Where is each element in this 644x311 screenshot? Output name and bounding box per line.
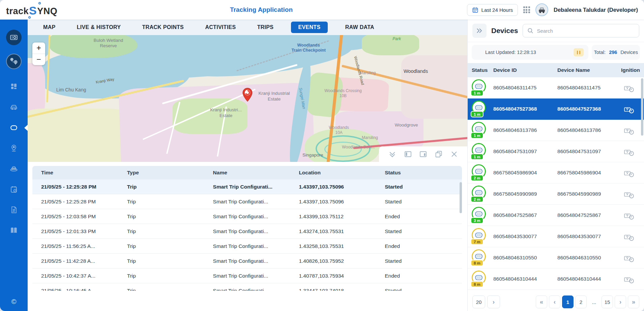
tab-trips[interactable]: TRIPS <box>253 22 278 33</box>
event-row[interactable]: 21/05/25 - 10:16:45 A... Trip Smart Trip… <box>32 283 462 291</box>
search-input[interactable] <box>537 28 635 34</box>
device-row[interactable]: 8 m 860548046310444 860548046310444 <box>468 268 644 290</box>
chevrons-down-icon <box>388 150 397 159</box>
page-button[interactable]: « <box>536 295 547 308</box>
page-button-current[interactable]: 1 <box>562 295 574 308</box>
devices-column-header: Ignition <box>618 67 640 73</box>
device-row[interactable]: 8 m 860548046310550 860548046310550 <box>468 247 644 268</box>
sidebar-item-scheduler[interactable] <box>9 185 18 194</box>
content-area: © MAPLIVE & HISTORYTRACK POINTSACTIVITIE… <box>0 20 644 311</box>
event-row[interactable]: 21/05/25 - 12:25:28 PM Trip Smart Trip C… <box>32 179 462 194</box>
ignition-icon <box>624 253 635 262</box>
header-right-cluster: Last 24 Hours Debaleena Talukdar (Develo… <box>467 3 638 16</box>
page-button[interactable]: » <box>628 295 639 308</box>
devices-rows: 1 m 860548046311475 860548046311475 1 m … <box>468 77 644 290</box>
tab-raw-data[interactable]: RAW DATA <box>341 22 378 33</box>
copyright-icon[interactable]: © <box>11 298 17 306</box>
sidebar-item-dashboard[interactable] <box>9 82 18 91</box>
device-ignition-cell <box>618 253 640 262</box>
sidebar-item-reports[interactable] <box>9 205 18 214</box>
events-column-header: Type <box>118 170 204 176</box>
total-label: Total: <box>594 50 606 55</box>
close-panel-button[interactable] <box>450 150 459 159</box>
device-name: 860548046311475 <box>557 85 618 91</box>
event-time: 21/05/25 - 12:25:28 PM <box>32 199 118 205</box>
sidebar-item-geofence[interactable] <box>9 164 18 173</box>
device-row[interactable]: 1 m 860548047531097 860548047531097 <box>468 141 644 162</box>
sidebar-item-route-history[interactable] <box>6 54 22 69</box>
device-ignition-cell <box>618 190 640 199</box>
event-location: 1.43274,103.75531 <box>290 228 376 234</box>
devices-scrollbar[interactable] <box>641 78 643 136</box>
event-status: Started <box>376 228 462 234</box>
duplicate-view-button[interactable] <box>434 150 443 159</box>
device-id: 866758045986904 <box>493 170 557 176</box>
tab-activities[interactable]: ACTIVITIES <box>201 22 240 33</box>
devices-table-header: StatusDevice IDDevice NameIgnition <box>468 63 644 77</box>
map-marker[interactable] <box>242 87 253 104</box>
page-button[interactable]: › <box>615 295 626 308</box>
sidebar-item-documentation[interactable] <box>9 226 18 235</box>
dock-right-button[interactable] <box>419 150 428 159</box>
device-row[interactable]: 2 m 866758045986904 866758045986904 <box>468 162 644 183</box>
event-row[interactable]: 21/05/25 - 11:42:28 A... Trip Smart Trip… <box>32 254 462 268</box>
page-button[interactable]: 15 <box>602 295 613 308</box>
tab-live-history[interactable]: LIVE & HISTORY <box>73 22 125 33</box>
tab-track-points[interactable]: TRACK POINTS <box>138 22 188 33</box>
event-row[interactable]: 21/05/25 - 12:01:33 PM Trip Smart Trip C… <box>32 224 462 239</box>
device-status-icon: 1 m <box>472 122 487 139</box>
event-row[interactable]: 21/05/25 - 11:56:25 A... Trip Smart Trip… <box>32 239 462 254</box>
page-size-expander[interactable]: › <box>487 295 500 308</box>
page-button[interactable]: 2 <box>575 295 587 308</box>
route-pins-icon <box>9 57 19 66</box>
events-scrollbar[interactable] <box>460 182 462 213</box>
tab-events[interactable]: EVENTS <box>291 22 328 33</box>
event-location: 1.40787,103.75934 <box>290 273 376 279</box>
collapse-panel-button[interactable] <box>388 150 397 159</box>
devices-search[interactable] <box>523 24 639 37</box>
dock-left-icon <box>404 150 412 159</box>
devices-list: 1 m 860548046311475 860548046311475 1 m … <box>468 77 644 293</box>
device-name: 860548046313786 <box>557 127 618 133</box>
device-row[interactable]: 1 m 860548046311475 860548046311475 <box>468 77 644 98</box>
sidebar-item-devices[interactable] <box>9 123 18 132</box>
brand-logo[interactable]: trackSYNQ <box>6 3 57 17</box>
sidebar-item-device-settings[interactable] <box>6 30 22 45</box>
device-row[interactable]: 1 m 860548046313786 860548046313786 <box>468 120 644 141</box>
devices-collapse-button[interactable] <box>472 24 487 38</box>
device-id: 860548046311475 <box>493 85 557 91</box>
device-row[interactable]: 3 m 860548047525867 860548047525867 <box>468 205 644 226</box>
tab-map[interactable]: MAP <box>39 22 59 33</box>
device-row[interactable]: 1 m 860548047527368 860548047527368 <box>468 98 644 120</box>
map-canvas[interactable]: Buloh Wetland ReserveWoodlands Train Che… <box>28 35 467 162</box>
page-button[interactable]: ... <box>588 295 600 308</box>
time-range-button[interactable]: Last 24 Hours <box>467 4 518 16</box>
device-row[interactable]: 7 m 860548043530077 860548043530077 <box>468 226 644 247</box>
dock-left-button[interactable] <box>404 150 412 159</box>
device-status-cell: 1 m <box>472 122 493 139</box>
map-green-area <box>50 35 138 58</box>
event-row[interactable]: 21/05/25 - 12:25:28 PM Trip Smart Trip C… <box>32 194 462 209</box>
page-button[interactable]: ‹ <box>549 295 560 308</box>
sidebar: © <box>0 20 28 311</box>
zoom-in-button[interactable]: + <box>32 43 45 54</box>
event-time: 21/05/25 - 10:42:37 A... <box>32 273 118 279</box>
user-name[interactable]: Debaleena Talukdar (Developer) <box>554 7 638 13</box>
device-id: 860548046310550 <box>493 255 557 261</box>
device-status-cell: 1 m <box>472 101 493 117</box>
obd-device-icon <box>474 210 483 218</box>
pause-icon <box>577 51 578 54</box>
event-row[interactable]: 21/05/25 - 10:42:37 A... Trip Smart Trip… <box>32 268 462 283</box>
pause-refresh-button[interactable] <box>574 48 584 56</box>
page-size-value[interactable]: 20 <box>472 295 485 308</box>
zoom-out-button[interactable]: − <box>32 54 45 65</box>
device-status-icon: 3 m <box>472 207 487 224</box>
obd-device-icon <box>474 125 483 133</box>
avatar[interactable] <box>535 3 548 16</box>
event-row[interactable]: 21/05/25 - 12:03:58 PM Trip Smart Trip C… <box>32 209 462 224</box>
ignition-icon <box>624 105 635 114</box>
sidebar-item-locations[interactable] <box>9 144 18 152</box>
device-row[interactable]: 2 m 866758045990989 866758045990989 <box>468 183 644 205</box>
apps-grid-icon[interactable] <box>523 6 530 13</box>
sidebar-item-vehicles[interactable] <box>9 103 18 111</box>
